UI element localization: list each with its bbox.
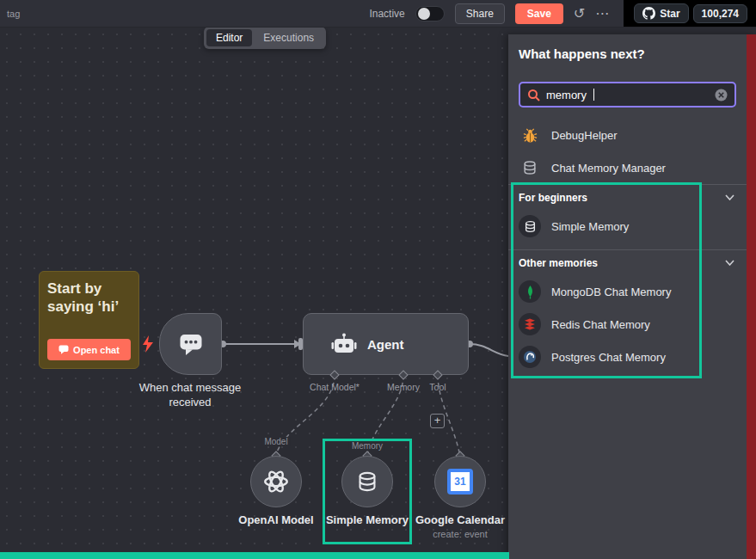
node-simple-memory[interactable]: [341, 456, 393, 507]
search-value: memory: [546, 89, 587, 101]
tab-executions[interactable]: Executions: [254, 29, 323, 46]
edge-label-memory: Memory: [349, 441, 385, 451]
node-openai-model[interactable]: [250, 456, 302, 507]
share-button[interactable]: Share: [455, 3, 505, 24]
save-button[interactable]: Save: [515, 3, 563, 24]
item-label: Simple Memory: [551, 220, 629, 233]
node-chat-trigger[interactable]: [159, 313, 222, 375]
open-chat-button[interactable]: Open chat: [47, 339, 131, 360]
redis-icon: [519, 313, 541, 335]
google-calendar-icon: 31: [447, 469, 473, 494]
github-star-button[interactable]: Star: [634, 3, 688, 23]
node-agent[interactable]: Agent: [303, 313, 469, 375]
add-tool-button[interactable]: +: [430, 414, 445, 428]
mongodb-icon: [519, 280, 541, 303]
bug-icon: [519, 127, 541, 144]
clear-search-icon[interactable]: [715, 89, 728, 101]
result-label: Chat Memory Manager: [551, 162, 666, 175]
node-label-google-calendar: Google Calendar: [415, 513, 505, 526]
google-calendar-day: 31: [451, 472, 470, 491]
node-google-calendar[interactable]: 31: [434, 456, 486, 507]
item-label: Postgres Chat Memory: [551, 351, 666, 364]
result-label: DebugHelper: [551, 129, 618, 142]
node-creator-content: What happens next? memory: [508, 34, 747, 559]
port-label-chat-model: Chat Model*: [310, 382, 360, 392]
edge-label-model: Model: [261, 437, 290, 446]
panel-title: What happens next?: [508, 34, 747, 68]
memory-manager-icon: [519, 160, 541, 175]
sticky-note[interactable]: Start by saying ‘hi’ Open chat: [39, 271, 139, 369]
workflow-tag[interactable]: tag: [7, 9, 20, 19]
node-creator-panel: What happens next? memory: [508, 34, 756, 559]
right-edge-strip: [747, 34, 756, 559]
result-debughelper[interactable]: DebugHelper: [508, 119, 747, 151]
robot-icon: [331, 333, 357, 356]
node-label-openai: OpenAI Model: [238, 513, 313, 526]
database-icon: [519, 215, 541, 237]
node-label-chat-trigger: When chat message received: [130, 381, 250, 410]
item-postgres-chat-memory[interactable]: Postgres Chat Memory: [508, 341, 747, 373]
history-icon[interactable]: ↺: [574, 5, 585, 22]
node-label-agent: Agent: [367, 337, 404, 352]
github-widget: Star 100,274: [624, 0, 756, 27]
view-tabs: Editor Executions: [204, 27, 326, 49]
github-star-label: Star: [660, 8, 679, 20]
chat-bubble-icon: [58, 345, 69, 354]
postgres-icon: [519, 346, 541, 368]
section-header-label: Other memories: [519, 257, 598, 269]
item-label: Redis Chat Memory: [551, 318, 650, 331]
workflow-status-label: Inactive: [369, 8, 404, 20]
tab-editor[interactable]: Editor: [206, 29, 252, 46]
more-options-icon[interactable]: ⋯: [595, 5, 610, 22]
search-icon: [527, 89, 540, 101]
workflow-canvas[interactable]: Start by saying ‘hi’ Open chat When chat…: [0, 28, 508, 559]
sticky-note-title: Start by saying ‘hi’: [47, 280, 131, 316]
section-other-memories[interactable]: Other memories: [508, 249, 747, 275]
node-subtitle-google-calendar: create: event: [433, 529, 488, 539]
github-star-count[interactable]: 100,274: [693, 4, 747, 23]
port-label-tool: Tool: [429, 382, 446, 392]
item-redis-chat-memory[interactable]: Redis Chat Memory: [508, 308, 747, 341]
section-header-label: For beginners: [519, 192, 587, 204]
active-toggle[interactable]: [415, 6, 445, 22]
github-icon: [642, 7, 655, 20]
search-results: DebugHelper Chat Memory Manager For begi…: [508, 119, 747, 373]
item-simple-memory[interactable]: Simple Memory: [508, 210, 747, 243]
open-chat-label: Open chat: [73, 345, 120, 355]
item-mongodb-chat-memory[interactable]: MongoDB Chat Memory: [508, 275, 747, 308]
openai-icon: [261, 467, 291, 496]
port-label-memory: Memory: [387, 382, 420, 392]
node-search-input[interactable]: memory: [519, 82, 736, 108]
top-bar: tag Inactive Share Save ↺ ⋯ Star 100,274: [0, 0, 756, 28]
n8n-workflow-editor: tag Inactive Share Save ↺ ⋯ Star 100,274…: [0, 0, 756, 559]
chevron-down-icon[interactable]: [725, 194, 734, 200]
trigger-bolt-icon: [143, 335, 154, 353]
chevron-down-icon[interactable]: [725, 260, 734, 266]
database-icon: [356, 470, 378, 493]
section-for-beginners[interactable]: For beginners: [508, 184, 747, 210]
toggle-knob: [418, 8, 430, 20]
node-label-simple-memory: Simple Memory: [326, 513, 409, 526]
result-chat-memory-manager[interactable]: Chat Memory Manager: [508, 151, 747, 184]
item-label: MongoDB Chat Memory: [551, 286, 671, 298]
chat-bubble-icon: [178, 332, 204, 356]
text-caret: [593, 89, 595, 101]
top-bar-actions: Inactive Share Save ↺ ⋯ Star 100,274: [369, 0, 756, 27]
bottom-edge-strip: [0, 552, 509, 559]
